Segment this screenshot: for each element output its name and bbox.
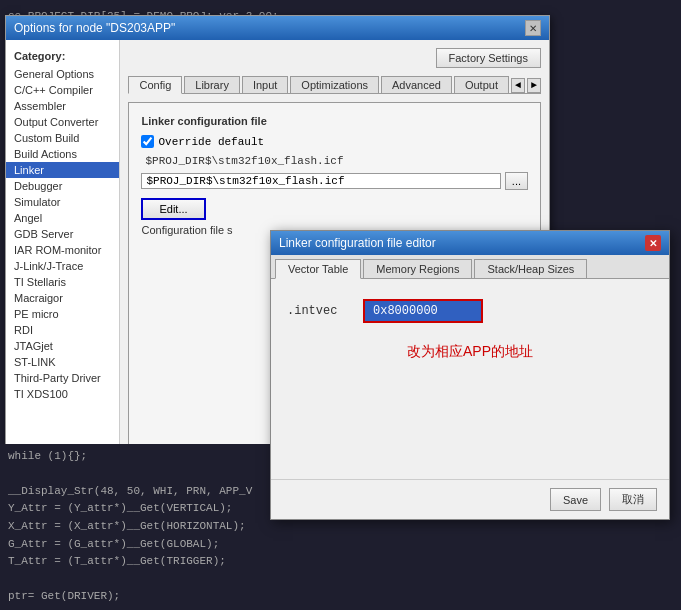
intvec-input[interactable] <box>363 299 483 323</box>
tab-library[interactable]: Library <box>184 76 240 93</box>
sidebar-item-third-party[interactable]: Third-Party Driver <box>6 370 119 386</box>
tab-output[interactable]: Output <box>454 76 509 93</box>
override-default-row: Override default <box>141 135 528 148</box>
override-default-checkbox[interactable] <box>141 135 154 148</box>
sub-dialog-body: .intvec 改为相应APP的地址 <box>271 279 669 479</box>
sidebar-item-pe[interactable]: PE micro <box>6 306 119 322</box>
tab-scroll-arrows: ◄ ► <box>511 78 541 93</box>
factory-settings-button[interactable]: Factory Settings <box>436 48 541 68</box>
sidebar-item-angel[interactable]: Angel <box>6 210 119 226</box>
sidebar-item-general[interactable]: General Options <box>6 66 119 82</box>
sidebar-item-simulator[interactable]: Simulator <box>6 194 119 210</box>
sidebar-item-assembler[interactable]: Assembler <box>6 98 119 114</box>
sidebar-item-linker[interactable]: Linker <box>6 162 119 178</box>
sidebar-item-rdi[interactable]: RDI <box>6 322 119 338</box>
cancel-button[interactable]: 取消 <box>609 488 657 511</box>
tab-prev-button[interactable]: ◄ <box>511 78 525 93</box>
edit-button[interactable]: Edit... <box>141 198 205 220</box>
code-line-9: ptr= Get(DRIVER); <box>8 588 673 606</box>
sidebar-item-stlink[interactable]: ST-LINK <box>6 354 119 370</box>
tab-next-button[interactable]: ► <box>527 78 541 93</box>
sub-tab-stack[interactable]: Stack/Heap Sizes <box>474 259 587 278</box>
save-button[interactable]: Save <box>550 488 601 511</box>
sidebar-item-gdb[interactable]: GDB Server <box>6 226 119 242</box>
sidebar-item-xds[interactable]: TI XDS100 <box>6 386 119 402</box>
sub-tab-vector[interactable]: Vector Table <box>275 259 361 279</box>
tab-config[interactable]: Config <box>128 76 182 94</box>
code-line-5: X_Attr = (X_attr*)__Get(HORIZONTAL); <box>8 518 673 536</box>
tab-optimizations[interactable]: Optimizations <box>290 76 379 93</box>
code-line-6: G_Attr = (G_attr*)__Get(GLOBAL); <box>8 536 673 554</box>
sub-dialog-titlebar: Linker configuration file editor ✕ <box>271 231 669 255</box>
intvec-label: .intvec <box>287 304 347 318</box>
main-dialog-titlebar: Options for node "DS203APP" ✕ <box>6 16 549 40</box>
file-path-input[interactable] <box>141 173 500 189</box>
sidebar-item-macraigor[interactable]: Macraigor <box>6 290 119 306</box>
sidebar-item-ti[interactable]: TI Stellaris <box>6 274 119 290</box>
sidebar-item-jlink[interactable]: J-Link/J-Trace <box>6 258 119 274</box>
browse-button[interactable]: ... <box>505 172 528 190</box>
sub-dialog-footer: Save 取消 <box>271 479 669 519</box>
main-dialog-title: Options for node "DS203APP" <box>14 21 175 35</box>
sidebar-item-build-actions[interactable]: Build Actions <box>6 146 119 162</box>
sub-dialog-title: Linker configuration file editor <box>279 236 436 250</box>
sub-dialog-close-button[interactable]: ✕ <box>645 235 661 251</box>
category-label: Category: <box>6 48 119 66</box>
code-line-8 <box>8 571 673 589</box>
sidebar-item-debugger[interactable]: Debugger <box>6 178 119 194</box>
sidebar-item-rom[interactable]: IAR ROM-monitor <box>6 242 119 258</box>
file-path-display: $PROJ_DIR$\stm32f10x_flash.icf <box>141 154 528 168</box>
factory-btn-row: Factory Settings <box>128 48 541 68</box>
sidebar-item-custom-build[interactable]: Custom Build <box>6 130 119 146</box>
sidebar-item-jtag[interactable]: JTAGjet <box>6 338 119 354</box>
file-input-row: ... <box>141 172 528 190</box>
code-line-7: T_Attr = (T_attr*)__Get(TRIGGER); <box>8 553 673 571</box>
sidebar-item-output-converter[interactable]: Output Converter <box>6 114 119 130</box>
sidebar-item-cpp[interactable]: C/C++ Compiler <box>6 82 119 98</box>
sub-tab-memory[interactable]: Memory Regions <box>363 259 472 278</box>
tab-advanced[interactable]: Advanced <box>381 76 452 93</box>
chinese-note: 改为相应APP的地址 <box>287 343 653 361</box>
sub-tab-bar: Vector Table Memory Regions Stack/Heap S… <box>271 255 669 279</box>
tab-input[interactable]: Input <box>242 76 288 93</box>
main-dialog-close-button[interactable]: ✕ <box>525 20 541 36</box>
edit-btn-row: Edit... <box>141 198 528 220</box>
override-default-label: Override default <box>158 136 264 148</box>
tab-bar: Config Library Input Optimizations Advan… <box>128 76 541 94</box>
sub-dialog: Linker configuration file editor ✕ Vecto… <box>270 230 670 520</box>
section-title: Linker configuration file <box>141 115 528 127</box>
intvec-row: .intvec <box>287 299 653 323</box>
